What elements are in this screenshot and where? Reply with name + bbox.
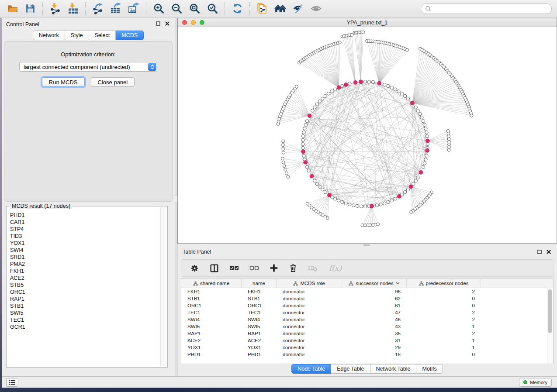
network-graph[interactable] [178,27,557,243]
table-cell[interactable]: STB1 [242,295,277,302]
hide-graphics-details-button[interactable] [291,2,305,15]
table-scrollbar[interactable] [547,288,553,364]
tab-network-table[interactable]: Network Table [370,364,417,374]
table-cell[interactable]: dominator [277,351,342,358]
table-cell[interactable]: 2 [407,309,481,316]
mcds-result-item[interactable]: STB1 [7,303,160,309]
mcds-result-item[interactable]: SWI5 [7,309,160,316]
tab-mcds[interactable]: MCDS [116,31,144,40]
mcds-result-item[interactable]: TID3 [7,233,160,240]
mcds-result-item[interactable]: PMA2 [7,261,160,268]
float-panel-icon[interactable] [537,249,542,255]
mcds-result-item[interactable]: GCR1 [7,323,160,330]
table-cell[interactable]: 1 [407,344,481,351]
table-cell[interactable]: TEC1 [242,309,277,316]
mcds-result-item[interactable]: YOX1 [7,240,160,247]
table-cell[interactable]: FKH1 [181,288,242,295]
tab-motifs[interactable]: Motifs [416,364,443,374]
table-cell[interactable]: 62 [342,295,407,302]
table-row[interactable]: TEC1TEC1connector472 [181,309,553,316]
table-cell[interactable]: ACE2 [242,337,277,344]
table-cell[interactable]: 31 [342,337,407,344]
mcds-result-item[interactable]: RAP1 [7,296,160,303]
memory-button[interactable]: Memory [519,378,552,387]
table-cell[interactable]: dominator [277,330,342,337]
table-cell[interactable]: ORC1 [242,302,277,309]
export-network-button[interactable] [91,2,105,15]
table-cell[interactable]: 96 [342,288,407,295]
refresh-view-button[interactable] [231,2,244,15]
run-mcds-button[interactable]: Run MCDS [42,77,85,87]
table-cell[interactable]: RAP1 [181,330,242,337]
splitter-grip[interactable] [363,244,370,246]
table-cell[interactable]: RAP1 [242,330,277,337]
table-row[interactable]: STB1STB1dominator620 [181,295,553,302]
mcds-result-item[interactable]: STP4 [7,226,160,233]
table-row[interactable]: SWI5SWI5connector431 [181,323,553,330]
table-cell[interactable]: 35 [342,330,407,337]
mcds-result-item[interactable]: CAR1 [7,219,160,226]
table-cell[interactable]: ORC1 [181,302,242,309]
network-edges[interactable] [303,82,428,206]
table-row[interactable]: FKH1FKH1dominator962 [181,288,553,295]
table-cell[interactable]: 1 [407,323,481,330]
tab-select[interactable]: Select [89,31,116,40]
table-cell[interactable]: connector [277,323,342,330]
deselect-all-button[interactable] [249,264,259,272]
search-input[interactable] [434,5,551,12]
table-cell[interactable]: 1 [407,337,481,344]
table-row[interactable]: RAP1RAP1dominator352 [181,330,553,337]
table-cell[interactable]: 0 [407,295,481,302]
table-cell[interactable]: SWI4 [242,316,277,323]
search-box[interactable] [421,3,552,14]
show-panels-button[interactable] [6,378,18,387]
mcds-result-scrollbar[interactable] [160,207,166,366]
table-cell[interactable]: 18 [342,351,407,358]
table-cell[interactable]: PHD1 [242,351,277,358]
cytoscape-home-button[interactable] [273,2,287,15]
mcds-result-item[interactable]: ACE2 [7,275,160,282]
table-cell[interactable]: dominator [277,302,342,309]
close-panel-icon[interactable] [165,21,170,26]
mcds-result-item[interactable]: PHD1 [7,212,160,219]
float-panel-icon[interactable] [156,21,160,26]
table-cell[interactable]: ACE2 [181,337,242,344]
delete-table-button[interactable] [308,264,318,272]
import-table-button[interactable] [66,2,80,15]
save-session-button[interactable] [24,2,37,15]
table-cell[interactable]: FKH1 [242,288,277,295]
table-cell[interactable]: YOX1 [242,344,277,351]
table-row[interactable]: PHD1PHD1dominator180 [181,351,553,358]
mcds-result-list[interactable]: PHD1CAR1STP4TID3YOX1SWI4SRD1PMA2FKH1ACE2… [7,212,160,366]
table-cell[interactable]: dominator [277,288,342,295]
table-cell[interactable]: 47 [342,309,407,316]
table-cell[interactable]: 0 [407,351,481,358]
table-cell[interactable]: 2 [407,288,481,295]
tab-node-table[interactable]: Node Table [291,364,331,374]
column-header-shared-name[interactable]: shared name [181,279,242,288]
create-column-button[interactable] [270,264,278,272]
table-cell[interactable]: 46 [342,316,407,323]
tab-style[interactable]: Style [65,31,89,40]
zoom-out-button[interactable] [170,2,183,15]
mcds-result-item[interactable]: SWI4 [7,247,160,254]
table-cell[interactable]: STB1 [181,295,242,302]
new-network-from-selection-button[interactable] [256,2,269,15]
function-builder-button[interactable]: f(x) [329,264,342,272]
mcds-result-item[interactable]: SRD1 [7,254,160,261]
network-window-titlebar[interactable]: YPA_prune.txt_1 [178,18,557,27]
show-graphics-details-button[interactable] [309,2,323,15]
table-cell[interactable]: connector [277,309,342,316]
network-canvas[interactable] [178,27,557,243]
zoom-in-button[interactable] [152,2,166,15]
table-cell[interactable]: connector [277,337,342,344]
table-cell[interactable]: dominator [277,316,342,323]
table-row[interactable]: ACE2ACE2connector311 [181,337,553,344]
table-cell[interactable]: 29 [342,344,407,351]
table-cell[interactable]: 2 [407,316,481,323]
show-columns-button[interactable] [210,264,219,273]
table-cell[interactable]: SWI5 [181,323,242,330]
zoom-fit-button[interactable] [188,2,201,15]
table-cell[interactable]: PHD1 [181,351,242,358]
close-panel-button[interactable]: Close panel [91,77,135,87]
